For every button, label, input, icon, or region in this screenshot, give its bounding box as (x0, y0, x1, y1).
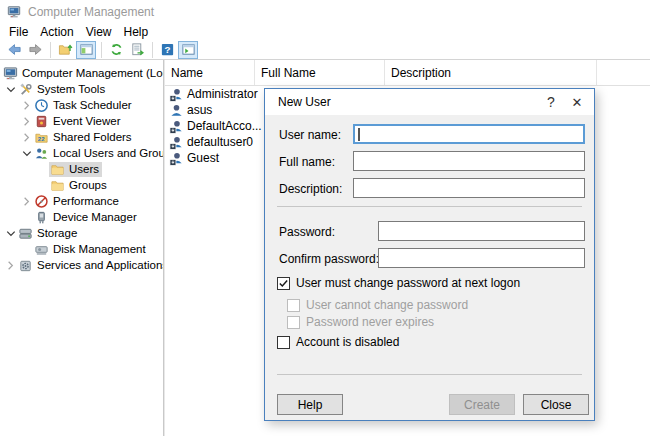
chevron-down-icon[interactable] (4, 83, 17, 95)
checkbox-row-user-cannot-change-password: User cannot change password (287, 298, 582, 312)
toolbar-help-button[interactable]: ? (157, 41, 177, 59)
field-row-user-name: User name: (277, 124, 582, 144)
tree-item-device-manager[interactable]: Device Manager (0, 209, 163, 225)
toolbar-up-one-level-button[interactable] (55, 41, 75, 59)
checkbox-row-password-never-expires: Password never expires (287, 315, 582, 329)
checkbox-row-user-must-change-password-at-next-logon: User must change password at next logon (277, 275, 582, 291)
tree-item-label: Performance (53, 195, 119, 207)
chevron-right-icon[interactable] (20, 195, 33, 207)
toolbar-export-list-button[interactable] (127, 41, 147, 59)
full-name-input[interactable] (353, 151, 585, 171)
toolbar-show-action-pane-button[interactable] (178, 41, 198, 59)
tree-item-label: Device Manager (53, 211, 137, 223)
user-disabled-icon (169, 151, 184, 166)
tree-item-local-users-and-groups[interactable]: Local Users and Groups (0, 145, 163, 161)
toolbar-refresh-button[interactable] (106, 41, 126, 59)
column-header-name[interactable]: Name (165, 60, 255, 85)
toolbar-separator (101, 42, 102, 58)
tree-item-storage[interactable]: Storage (0, 225, 163, 241)
tree-item-groups[interactable]: Groups (0, 177, 163, 193)
toolbar-show-console-tree-button[interactable] (76, 41, 96, 59)
clock-icon (34, 98, 49, 113)
dialog-close-icon[interactable]: ✕ (564, 89, 590, 115)
user-icon (169, 103, 184, 118)
menu-view[interactable]: View (80, 24, 118, 40)
forward-icon (28, 42, 43, 57)
computer-icon (3, 66, 18, 81)
console-tree: Computer Management (Local)System ToolsT… (0, 60, 164, 436)
field-row-description: Description: (277, 178, 582, 198)
user-disabled-icon (169, 87, 184, 102)
checkbox-unchecked-icon[interactable] (277, 336, 290, 349)
tree-item-label: Groups (69, 179, 107, 191)
menu-bar: FileActionViewHelp (0, 24, 650, 40)
tree-item-event-viewer[interactable]: Event Viewer (0, 113, 163, 129)
column-header-filler (597, 60, 650, 85)
users-group-icon (34, 146, 49, 161)
folder-icon (50, 178, 65, 193)
tree-item-shared-folders[interactable]: 22Shared Folders (0, 129, 163, 145)
chevron-right-icon[interactable] (20, 99, 33, 111)
tree-item-system-tools[interactable]: System Tools (0, 81, 163, 97)
column-header-full-name[interactable]: Full Name (255, 60, 385, 85)
checkbox-label: User must change password at next logon (296, 276, 520, 290)
tools-icon (18, 82, 33, 97)
toolbar-back-button[interactable] (4, 41, 24, 59)
export-list-icon (130, 42, 145, 57)
chevron-right-icon[interactable] (20, 115, 33, 127)
chevron-spacer (36, 163, 49, 175)
create-button: Create (449, 394, 515, 415)
back-icon (7, 42, 22, 57)
tree-item-disk-management[interactable]: Disk Management (0, 241, 163, 257)
tree-item-label: Users (69, 163, 99, 175)
field-row-password: Password: (277, 221, 582, 241)
chevron-right-icon[interactable] (4, 259, 17, 271)
tree-item-label: Event Viewer (53, 115, 121, 127)
dialog-help-icon[interactable]: ? (538, 89, 564, 115)
user-disabled-icon (169, 135, 184, 150)
field-label: Description: (279, 182, 342, 196)
action-pane-icon (181, 42, 196, 57)
help-button[interactable]: Help (277, 394, 343, 415)
checkbox-row-account-is-disabled: Account is disabled (277, 334, 582, 350)
console-tree-icon (79, 42, 94, 57)
chevron-spacer (36, 179, 49, 191)
checkbox-label: Password never expires (306, 315, 434, 329)
event-viewer-icon (34, 114, 49, 129)
computer-icon (7, 5, 21, 19)
column-header-description[interactable]: Description (385, 60, 597, 85)
tree-item-task-scheduler[interactable]: Task Scheduler (0, 97, 163, 113)
user-name: Guest (187, 151, 219, 165)
tree-item-label: Storage (37, 227, 77, 239)
menu-action[interactable]: Action (34, 24, 79, 40)
confirm-password-input[interactable] (378, 248, 585, 268)
tree-item-computer-management-local[interactable]: Computer Management (Local) (0, 65, 163, 81)
dialog-buttons: HelpCreateClose (277, 394, 589, 415)
title-bar: Computer Management (0, 0, 650, 24)
tree-item-services-and-applications[interactable]: Services and Applications (0, 257, 163, 273)
toolbar: ? (0, 40, 650, 60)
user-disabled-icon (169, 119, 184, 134)
password-input[interactable] (378, 221, 585, 241)
description-input[interactable] (353, 178, 585, 198)
close-button[interactable]: Close (523, 394, 589, 415)
list-header: NameFull NameDescription (165, 60, 650, 86)
chevron-down-icon[interactable] (4, 227, 17, 239)
services-icon (18, 258, 33, 273)
menu-help[interactable]: Help (118, 24, 155, 40)
svg-text:?: ? (164, 44, 170, 55)
checkbox-unchecked-icon (287, 316, 300, 329)
tree-item-label: Task Scheduler (53, 99, 132, 111)
user-name: Administrator (187, 87, 258, 101)
chevron-right-icon[interactable] (20, 131, 33, 143)
user-name: DefaultAcco... (187, 119, 262, 133)
checkbox-unchecked-icon (287, 299, 300, 312)
toolbar-forward-button[interactable] (25, 41, 45, 59)
tree-item-users[interactable]: Users (0, 161, 163, 177)
checkbox-checked-icon[interactable] (277, 277, 290, 290)
menu-file[interactable]: File (3, 24, 34, 40)
tree-item-performance[interactable]: Performance (0, 193, 163, 209)
user-name-input[interactable] (353, 124, 585, 144)
dialog-separator (277, 206, 582, 207)
chevron-down-icon[interactable] (20, 147, 33, 159)
